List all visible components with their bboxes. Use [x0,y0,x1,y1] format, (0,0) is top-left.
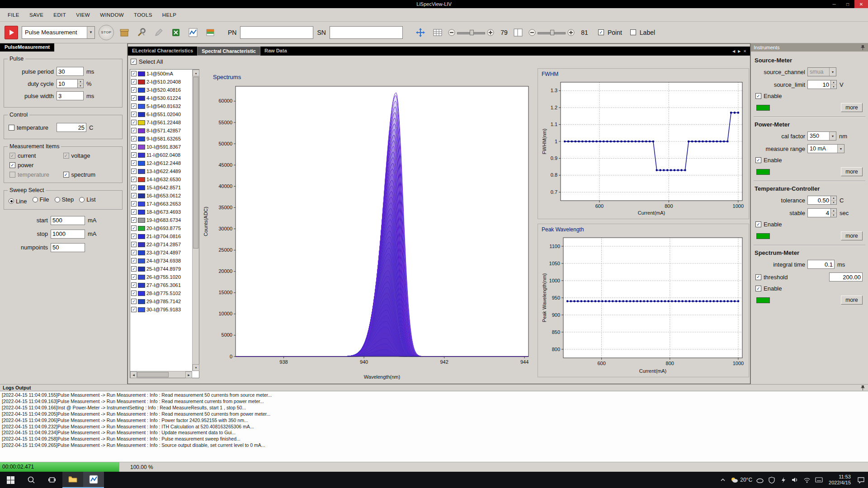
volume-tray-button[interactable] [790,472,801,488]
series-list-item[interactable]: ✓20-I@693.8775 [130,224,192,232]
menu-item-window[interactable]: WINDOW [95,12,129,18]
temp-enable-checkbox[interactable]: ✓ [755,221,761,227]
slider-thumb[interactable] [550,30,554,35]
series-checkbox[interactable]: ✓ [131,128,137,133]
select-all-checkbox[interactable]: ✓ [131,59,137,65]
zoom-slider-2[interactable] [528,29,575,36]
menu-item-view[interactable]: VIEW [71,12,95,18]
series-list-item[interactable]: ✓1-I@500mA [130,70,192,78]
series-checkbox[interactable]: ✓ [131,120,137,125]
spectrum-enable-checkbox[interactable]: ✓ [755,286,761,291]
slider-track[interactable] [457,29,485,36]
source-enable-checkbox[interactable]: ✓ [755,93,761,99]
pulse-width-input[interactable] [57,91,84,100]
radio-step[interactable]: Step [55,196,74,203]
task-view-button[interactable] [42,472,62,488]
radio-file[interactable]: File [33,196,49,203]
minimize-button[interactable]: ─ [827,0,841,8]
menu-item-file[interactable]: FILE [3,12,24,18]
series-list-item[interactable]: ✓29-I@785.7142 [130,297,192,305]
spectrum-more-button[interactable]: more [841,296,863,305]
series-checkbox[interactable]: ✓ [131,103,137,109]
slider-track[interactable] [538,29,566,36]
series-checkbox[interactable]: ✓ [131,71,137,76]
package-icon-button[interactable] [118,26,131,39]
sn-input[interactable] [330,26,403,39]
spin-down-icon[interactable]: ▼ [78,84,83,88]
zoom-slider-1[interactable] [448,29,494,36]
scrollbar-thumb[interactable] [193,77,198,249]
temperature-checkbox[interactable] [9,125,14,131]
series-list-item[interactable]: ✓11-I@602.0408 [130,151,192,159]
plus-icon[interactable] [487,29,494,36]
series-list-item[interactable]: ✓18-I@673.4693 [130,208,192,216]
spectrums-chart[interactable]: 0500010000150002000025000300003500040000… [200,68,536,381]
stable-input[interactable] [807,208,831,217]
measure-range-select[interactable]: 10 mA ▼ [807,144,844,153]
threshold-checkbox[interactable]: ✓ [755,274,761,280]
spinner[interactable]: ▲▼ [78,79,84,88]
spin-down-icon[interactable]: ▼ [831,201,836,205]
series-checkbox[interactable]: ✓ [131,209,137,215]
series-list-item[interactable]: ✓5-I@540.81632 [130,102,192,110]
plus-icon[interactable] [567,29,575,36]
maximize-button[interactable]: □ [841,0,854,8]
series-checkbox[interactable]: ✓ [131,266,137,272]
start-button[interactable] [0,472,21,488]
series-list-item[interactable]: ✓17-I@663.2653 [130,200,192,208]
series-checkbox[interactable]: ✓ [131,95,137,101]
tab-pulse-measurement[interactable]: PulseMeasurement [0,43,54,52]
series-checkbox[interactable]: ✓ [131,185,137,190]
series-list-item[interactable]: ✓8-I@571.42857 [130,127,192,135]
series-checkbox[interactable]: ✓ [131,79,137,84]
spin-up-icon[interactable]: ▲ [78,80,83,84]
tab-scroll-left-icon[interactable]: ◀ [732,49,735,53]
tab-close-icon[interactable]: ✕ [743,49,746,53]
series-list-item[interactable]: ✓4-I@530.61224 [130,94,192,102]
cloud-tray-button[interactable] [755,472,765,488]
series-list-item[interactable]: ✓7-I@561.22448 [130,118,192,127]
table-icon-button[interactable] [431,26,444,39]
series-checkbox[interactable]: ✓ [131,242,137,247]
line-chart-icon-button[interactable] [186,26,200,39]
series-checkbox[interactable]: ✓ [131,299,137,304]
point-checkbox[interactable]: ✓ [598,29,604,35]
power-enable-checkbox[interactable]: ✓ [755,157,761,163]
series-checkbox[interactable]: ✓ [131,160,137,166]
series-checkbox[interactable]: ✓ [131,274,137,280]
integral-time-input[interactable] [807,260,835,269]
scroll-left-button[interactable]: ◀ [130,371,137,378]
menu-item-tools[interactable]: TOOLS [129,12,157,18]
series-list-item[interactable]: ✓10-I@591.8367 [130,143,192,151]
clock-widget[interactable]: 11:53 2022/4/15 [825,474,854,486]
series-checkbox[interactable]: ✓ [131,193,137,198]
temp-more-button[interactable]: more [841,231,863,240]
pulse-period-input[interactable] [57,67,84,76]
tolerance-input[interactable] [807,196,831,205]
spinner[interactable]: ▲▼ [831,196,837,205]
power-tray-button[interactable] [778,472,789,488]
series-checkbox[interactable]: ✓ [131,282,137,288]
radio-line[interactable]: Line [9,198,27,205]
menu-item-edit[interactable]: EDIT [48,12,71,18]
search-button[interactable] [21,472,42,488]
duty-cycle-input[interactable] [57,79,78,88]
series-checkbox[interactable]: ✓ [131,136,137,141]
tray-expand-button[interactable] [717,472,728,488]
weather-widget[interactable]: 20°C [729,472,754,488]
network-tray-button[interactable] [802,472,812,488]
stop-input[interactable] [51,230,85,239]
notification-button[interactable] [855,472,866,488]
tab-electrical-characteristics[interactable]: ELectrical Characteristics [128,47,197,56]
series-list-item[interactable]: ✓25-I@744.8979 [130,265,192,273]
panel-layout-icon-button[interactable] [511,26,525,39]
spin-up-icon[interactable]: ▲ [831,196,836,201]
series-checkbox[interactable]: ✓ [131,234,137,239]
tab-spectral-characteristic[interactable]: Spectral Characteristic [197,47,260,56]
spin-down-icon[interactable]: ▼ [831,85,836,89]
series-list-item[interactable]: ✓13-I@622.4489 [130,167,192,175]
source-channel-select[interactable]: smua ▼ [807,67,836,76]
spin-up-icon[interactable]: ▲ [831,80,836,85]
lispecview-app-button[interactable] [83,472,104,488]
minus-icon[interactable] [528,29,536,36]
